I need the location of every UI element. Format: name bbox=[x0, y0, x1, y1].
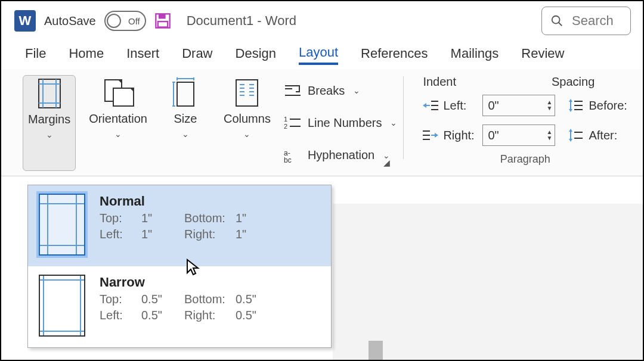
autosave-toggle[interactable]: Off bbox=[104, 11, 146, 31]
tab-design[interactable]: Design bbox=[236, 46, 276, 64]
size-icon bbox=[172, 77, 199, 108]
columns-icon bbox=[234, 77, 260, 108]
tab-file[interactable]: File bbox=[25, 46, 46, 64]
spacing-before-label: Before: bbox=[589, 99, 627, 113]
chevron-down-icon: ⌄ bbox=[46, 130, 53, 139]
svg-marker-57 bbox=[569, 139, 572, 142]
svg-marker-54 bbox=[435, 133, 438, 138]
svg-marker-46 bbox=[569, 109, 572, 112]
page-edge bbox=[369, 341, 383, 361]
margins-option-title: Narrow bbox=[100, 275, 321, 290]
document-title: Document1 - Word bbox=[187, 13, 296, 29]
svg-line-4 bbox=[559, 23, 562, 26]
svg-rect-2 bbox=[158, 21, 168, 27]
indent-left-label: Left: bbox=[443, 99, 478, 113]
group-separator bbox=[403, 76, 404, 159]
word-icon: W bbox=[14, 10, 36, 32]
svg-marker-45 bbox=[569, 99, 572, 102]
svg-text:bc: bc bbox=[284, 156, 292, 163]
spacing-after-icon bbox=[568, 129, 584, 142]
tab-home[interactable]: Home bbox=[69, 46, 104, 64]
hyphenation-icon: a-bc bbox=[284, 148, 302, 163]
svg-marker-56 bbox=[569, 129, 572, 132]
size-button[interactable]: Size ⌄ bbox=[160, 75, 210, 171]
search-icon bbox=[550, 14, 564, 27]
tab-references[interactable]: References bbox=[361, 46, 428, 64]
orientation-button[interactable]: Orientation ⌄ bbox=[84, 75, 152, 171]
columns-button[interactable]: Columns ⌄ bbox=[219, 75, 275, 171]
chevron-down-icon: ⌄ bbox=[353, 86, 360, 95]
svg-text:2: 2 bbox=[284, 123, 287, 130]
chevron-down-icon: ⌄ bbox=[390, 118, 397, 127]
breaks-icon bbox=[284, 83, 302, 98]
svg-rect-1 bbox=[159, 14, 166, 18]
indent-left-icon bbox=[423, 99, 438, 112]
chevron-down-icon: ⌄ bbox=[182, 129, 189, 139]
margins-icon bbox=[36, 78, 63, 109]
document-area[interactable] bbox=[333, 204, 643, 360]
line-numbers-icon: 12 bbox=[284, 116, 302, 130]
tab-review[interactable]: Review bbox=[521, 46, 564, 64]
spacing-after-label: After: bbox=[589, 129, 617, 142]
paragraph-group: Indent Spacing Left: 0"▲▼ Before: Right:… bbox=[412, 75, 627, 171]
indent-left-input[interactable]: 0"▲▼ bbox=[482, 95, 555, 116]
margins-button[interactable]: Margins ⌄ bbox=[23, 75, 76, 171]
svg-rect-21 bbox=[236, 80, 258, 106]
breaks-button[interactable]: Breaks⌄ bbox=[284, 83, 398, 98]
margins-thumb-narrow bbox=[39, 275, 85, 337]
mouse-cursor-icon bbox=[186, 259, 200, 276]
spacing-header: Spacing bbox=[552, 75, 595, 89]
svg-marker-60 bbox=[187, 260, 198, 275]
margins-option-normal[interactable]: Normal Top:1" Bottom:1" Left:1" Right:1" bbox=[28, 185, 331, 266]
tab-draw[interactable]: Draw bbox=[182, 46, 212, 64]
svg-rect-12 bbox=[113, 88, 134, 106]
indent-right-icon bbox=[423, 129, 438, 142]
search-placeholder: Search bbox=[572, 13, 614, 29]
margins-option-title: Normal bbox=[100, 194, 321, 209]
spacing-before-icon bbox=[568, 99, 584, 112]
svg-rect-14 bbox=[177, 82, 194, 106]
svg-point-3 bbox=[552, 16, 560, 24]
page-setup-launcher[interactable]: ◢ bbox=[383, 158, 390, 167]
tab-layout[interactable]: Layout bbox=[299, 45, 338, 65]
search-box[interactable]: Search bbox=[541, 7, 631, 35]
tab-mailings[interactable]: Mailings bbox=[451, 46, 499, 64]
autosave-label: AutoSave bbox=[44, 14, 96, 28]
chevron-down-icon: ⌄ bbox=[114, 129, 122, 139]
indent-header: Indent bbox=[423, 75, 456, 89]
toggle-knob bbox=[107, 14, 121, 28]
svg-text:1: 1 bbox=[284, 116, 287, 123]
title-bar: W AutoSave Off Document1 - Word Search bbox=[1, 1, 643, 41]
indent-right-input[interactable]: 0"▲▼ bbox=[482, 125, 555, 146]
indent-right-label: Right: bbox=[443, 129, 478, 142]
page-setup-stack: Breaks⌄ 12 Line Numbers⌄ a-bc Hyphenatio… bbox=[284, 75, 398, 171]
line-numbers-button[interactable]: 12 Line Numbers⌄ bbox=[284, 116, 398, 130]
chevron-down-icon: ⌄ bbox=[243, 129, 250, 139]
paragraph-group-label: Paragraph bbox=[423, 153, 627, 166]
orientation-icon bbox=[101, 77, 135, 108]
hyphenation-button[interactable]: a-bc Hyphenation⌄ bbox=[284, 148, 398, 163]
margins-thumb-normal bbox=[39, 194, 85, 256]
svg-marker-39 bbox=[423, 103, 426, 108]
margins-option-narrow[interactable]: Narrow Top:0.5" Bottom:0.5" Left:0.5" Ri… bbox=[28, 266, 331, 347]
tab-insert[interactable]: Insert bbox=[126, 46, 159, 64]
ribbon-tabs: File Home Insert Draw Design Layout Refe… bbox=[1, 41, 643, 69]
margins-dropdown: Normal Top:1" Bottom:1" Left:1" Right:1"… bbox=[27, 185, 332, 348]
page-setup-group: Margins ⌄ Orientation ⌄ Size ⌄ Columns ⌄ bbox=[23, 75, 397, 171]
ribbon: Margins ⌄ Orientation ⌄ Size ⌄ Columns ⌄ bbox=[1, 69, 643, 176]
save-icon[interactable] bbox=[154, 13, 171, 29]
autosave-state: Off bbox=[128, 16, 140, 26]
